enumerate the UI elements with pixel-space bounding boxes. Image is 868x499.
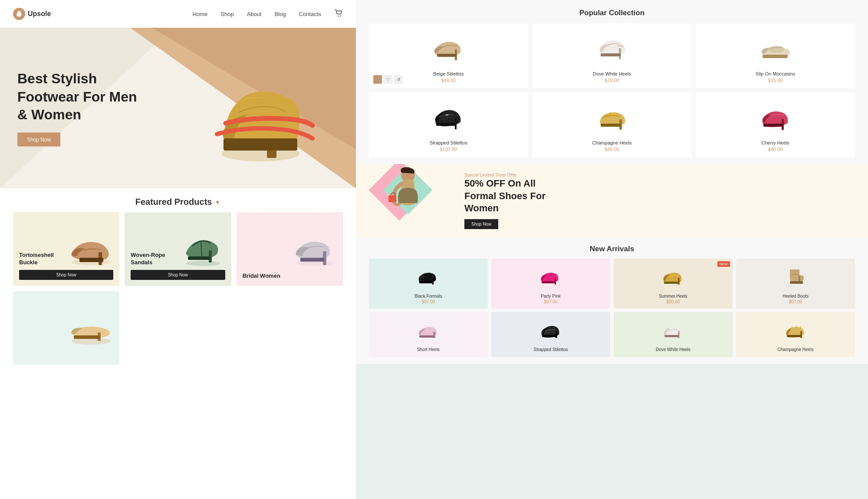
cherry-heels-svg [758, 102, 793, 132]
popular-card-2: Dove White Heels $78.00 [533, 23, 692, 88]
product-btn-2[interactable]: Shop Now [131, 270, 225, 280]
svg-rect-12 [79, 258, 103, 262]
product-btn-1[interactable]: Shop Now [19, 270, 113, 280]
new-arrivals-title: New Arrivals [369, 245, 855, 253]
svg-point-2 [338, 15, 339, 16]
popular-card-4: Strapped Stilettos $107.00 [369, 92, 528, 157]
popular-name-2: Dove White Heels [538, 71, 687, 76]
svg-rect-23 [437, 54, 457, 57]
arrival-card-8: Champagne Heels [736, 312, 855, 357]
svg-rect-45 [799, 276, 800, 282]
promo-banner: Special Limited Timer Offer 50% OFF On A… [356, 164, 868, 238]
svg-point-3 [340, 15, 341, 16]
product-card-bridal: Bridal Women [237, 212, 343, 286]
promo-label: Special Limited Timer Offer [464, 173, 551, 177]
featured-title: Featured Products ▼ [13, 197, 343, 207]
svg-rect-21 [74, 335, 100, 339]
champagne-heels-2-svg [784, 321, 808, 340]
popular-price-2: $78.00 [538, 78, 687, 83]
nav-about[interactable]: About [247, 11, 262, 17]
cart-add-btn-1[interactable]: 🛒 [373, 75, 382, 84]
right-content: Popular Collection [356, 0, 868, 499]
svg-rect-30 [446, 114, 448, 116]
svg-rect-40 [419, 281, 432, 283]
popular-shoe-img-4 [374, 98, 523, 137]
popular-shoe-img-6 [701, 98, 850, 137]
product-img-bridal [291, 230, 339, 269]
popular-title: Popular Collection [369, 9, 855, 17]
new-arrivals-grid: Black Formals $07.00 Party Pink $07.00 [369, 259, 855, 357]
svg-rect-54 [787, 335, 801, 337]
new-badge-3: NEW [717, 261, 730, 267]
svg-rect-34 [763, 124, 783, 127]
brand-logo[interactable]: Upsole [13, 8, 51, 20]
arrival-name-5: Short Heels [373, 347, 483, 352]
svg-rect-52 [664, 335, 679, 337]
dove-white-heels-svg [595, 33, 629, 63]
popular-shoe-img-2 [538, 29, 687, 68]
arrival-name-4: Heeled Boots [740, 294, 851, 299]
popular-card-6: Cherry Heels $40.00 [696, 92, 855, 157]
card-actions-1: 🛒 ♡ ↺ [373, 75, 403, 84]
svg-rect-43 [678, 278, 680, 285]
product-card-2: Woven-RopeSandals Shop Now [125, 212, 231, 286]
arrival-img-8 [740, 316, 851, 345]
svg-rect-9 [224, 138, 297, 151]
hero-title: Best Stylish Footwear For Men & Women [17, 70, 139, 124]
product-card-4 [13, 291, 119, 365]
popular-section: Popular Collection [356, 0, 868, 164]
refresh-btn-1[interactable]: ↺ [394, 75, 403, 84]
hero-content: Best Stylish Footwear For Men & Women Sh… [17, 70, 139, 147]
arrival-img-6 [496, 316, 606, 345]
arrival-price-1: $07.00 [373, 299, 483, 304]
popular-name-4: Strapped Stilettos [374, 140, 523, 145]
popular-grid: 🛒 ♡ ↺ Beige Stilettos $49.00 [369, 23, 855, 157]
popular-price-6: $40.00 [701, 147, 850, 152]
popular-shoe-img-1 [374, 29, 523, 68]
champagne-heels-svg [595, 102, 629, 132]
heeled-boots-svg [784, 267, 808, 287]
right-panel: Popular Collection [356, 0, 868, 499]
product-img-4 [67, 309, 115, 348]
popular-name-3: Slip On Moccasins [701, 71, 850, 76]
strapped-stilettos-svg [431, 102, 466, 132]
wishlist-btn-1[interactable]: ♡ [384, 75, 392, 84]
popular-price-3: $15.00 [701, 78, 850, 83]
strapped-stilettos-2-svg [539, 321, 563, 340]
product-name-bridal: Bridal Women [243, 272, 295, 280]
svg-rect-50 [542, 335, 556, 337]
popular-name-6: Cherry Heels [701, 140, 850, 145]
nav-shop[interactable]: Shop [220, 11, 233, 17]
svg-rect-15 [188, 256, 210, 260]
hero-section: Best Stylish Footwear For Men & Women Sh… [0, 28, 356, 188]
arrival-img-1 [373, 263, 483, 291]
arrival-price-2: $07.00 [496, 299, 606, 304]
promo-shop-button[interactable]: Shop Now [464, 219, 498, 229]
nav-links: Home Shop About Blog Contacts [193, 10, 321, 18]
svg-rect-41 [555, 278, 556, 285]
arrival-price-3: $00.00 [618, 299, 728, 304]
arrival-card-7: Dove White Heels [614, 312, 733, 357]
arrival-card-1: Black Formals $07.00 [369, 259, 488, 309]
nav-home[interactable]: Home [193, 11, 208, 17]
featured-title-text: Featured Products [135, 197, 212, 207]
arrival-name-7: Dove White Heels [618, 347, 728, 352]
logo-icon [13, 8, 25, 20]
shop-now-button[interactable]: Shop Now [17, 132, 60, 146]
beige-stilettos-svg [431, 33, 466, 63]
nav-blog[interactable]: Blog [275, 11, 286, 17]
product-img-1 [67, 230, 115, 269]
svg-rect-38 [388, 195, 396, 202]
cart-icon[interactable] [334, 9, 343, 20]
promo-content: Special Limited Timer Offer 50% OFF On A… [464, 173, 551, 229]
party-pink-svg [539, 267, 563, 287]
svg-point-13 [186, 261, 220, 266]
arrival-img-2 [496, 263, 606, 291]
arrival-card-5: Short Heels [369, 312, 488, 357]
products-grid: TortoiseshellBuckle Shop Now Woven-RopeS… [13, 212, 343, 365]
new-arrivals-section: New Arrivals Black Formals $07.00 [356, 238, 868, 364]
dove-white-heels-2-svg [661, 321, 685, 340]
nav-contacts[interactable]: Contacts [299, 11, 321, 17]
popular-card-5: Champagne Heels $45.00 [533, 92, 692, 157]
svg-rect-25 [601, 53, 621, 56]
